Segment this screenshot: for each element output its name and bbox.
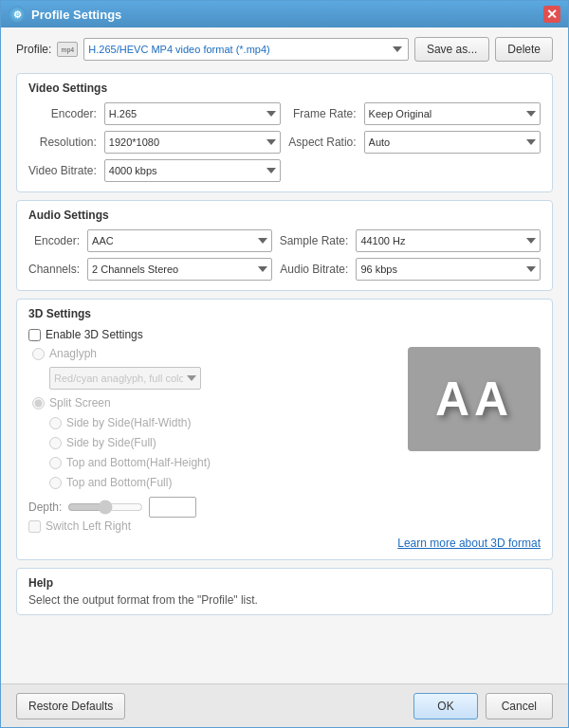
depth-value-input[interactable] <box>150 501 196 513</box>
sample-rate-select[interactable]: 44100 Hz <box>356 229 541 252</box>
title-bar: ⚙ Profile Settings ✕ <box>1 1 568 27</box>
side-by-side-full-row: Side by Side(Full) <box>28 436 398 449</box>
enable-3d-checkbox[interactable] <box>28 329 41 341</box>
save-as-button[interactable]: Save as... <box>414 37 489 62</box>
app-icon: ⚙ <box>9 6 26 23</box>
anaglyph-row: Anaglyph <box>28 347 398 360</box>
frame-rate-label: Frame Rate: <box>288 107 356 120</box>
encoder-label: Encoder: <box>28 107 97 120</box>
channels-label: Channels: <box>28 263 80 276</box>
split-screen-radio[interactable] <box>32 397 45 410</box>
audio-settings-title: Audio Settings <box>28 209 541 222</box>
delete-button[interactable]: Delete <box>495 37 553 62</box>
depth-slider-container <box>67 500 143 515</box>
depth-row: Depth: ▲ ▼ <box>28 497 541 518</box>
split-screen-label[interactable]: Split Screen <box>49 396 111 410</box>
top-bottom-half-label[interactable]: Top and Bottom(Half-Height) <box>66 456 211 469</box>
help-section: Help Select the output format from the "… <box>16 568 553 615</box>
audio-settings-section: Audio Settings Encoder: AAC Sample Rate:… <box>16 200 553 291</box>
anaglyph-option-row: Red/cyan anaglyph, full color <box>28 367 398 390</box>
main-content: Profile: mp4 H.265/HEVC MP4 video format… <box>1 27 568 683</box>
audio-settings-grid: Encoder: AAC Sample Rate: 44100 Hz Chann… <box>28 229 541 281</box>
profile-settings-window: ⚙ Profile Settings ✕ Profile: mp4 H.265/… <box>0 0 569 728</box>
side-by-side-half-label[interactable]: Side by Side(Half-Width) <box>66 416 191 429</box>
resolution-label: Resolution: <box>28 136 97 149</box>
aspect-ratio-label: Aspect Ratio: <box>288 136 356 149</box>
help-title: Help <box>28 576 541 590</box>
profile-select[interactable]: H.265/HEVC MP4 video format (*.mp4) <box>83 38 409 61</box>
anaglyph-option-select[interactable]: Red/cyan anaglyph, full color <box>49 367 201 390</box>
anaglyph-label[interactable]: Anaglyph <box>49 347 97 360</box>
video-bitrate-select[interactable]: 4000 kbps <box>104 159 281 182</box>
footer-right: OK Cancel <box>413 693 553 719</box>
ok-button[interactable]: OK <box>413 693 477 719</box>
audio-bitrate-label: Audio Bitrate: <box>280 263 349 276</box>
top-bottom-half-row: Top and Bottom(Half-Height) <box>28 456 398 469</box>
side-by-side-half-radio[interactable] <box>49 417 62 429</box>
switch-left-right-label[interactable]: Switch Left Right <box>46 519 131 533</box>
side-by-side-full-radio[interactable] <box>49 437 62 449</box>
video-settings-title: Video Settings <box>28 82 541 95</box>
switch-left-right-row: Switch Left Right <box>28 519 541 533</box>
threed-controls: Anaglyph Red/cyan anaglyph, full color S… <box>28 347 398 493</box>
encoder-select[interactable]: H.265 <box>104 102 281 125</box>
top-bottom-full-radio[interactable] <box>49 477 62 489</box>
footer: Restore Defaults OK Cancel <box>1 683 568 727</box>
top-bottom-half-radio[interactable] <box>49 457 62 469</box>
top-bottom-full-label[interactable]: Top and Bottom(Full) <box>66 476 172 489</box>
video-bitrate-label: Video Bitrate: <box>28 164 97 177</box>
enable-3d-row: Enable 3D Settings <box>28 328 541 341</box>
depth-slider[interactable] <box>67 500 143 515</box>
close-button[interactable]: ✕ <box>543 6 560 23</box>
channels-select[interactable]: 2 Channels Stereo <box>87 258 272 281</box>
depth-spinner: ▲ ▼ <box>149 497 196 518</box>
learn-more-link[interactable]: Learn more about 3D format <box>397 537 541 550</box>
profile-label: Profile: <box>16 43 51 56</box>
profile-format-icon: mp4 <box>57 42 78 57</box>
enable-3d-label[interactable]: Enable 3D Settings <box>46 328 143 341</box>
sample-rate-label: Sample Rate: <box>280 234 349 247</box>
threed-settings-section: 3D Settings Enable 3D Settings Anaglyph … <box>16 299 553 560</box>
aspect-ratio-select[interactable]: Auto <box>364 131 541 154</box>
video-settings-grid: Encoder: H.265 Frame Rate: Keep Original… <box>28 102 541 182</box>
profile-row: Profile: mp4 H.265/HEVC MP4 video format… <box>16 37 553 62</box>
cancel-button[interactable]: Cancel <box>486 693 553 719</box>
side-by-side-half-row: Side by Side(Half-Width) <box>28 416 398 429</box>
preview-aa-text: AA <box>435 372 513 427</box>
audio-encoder-select[interactable]: AAC <box>87 229 272 252</box>
frame-rate-select[interactable]: Keep Original <box>364 102 541 125</box>
video-settings-section: Video Settings Encoder: H.265 Frame Rate… <box>16 73 553 192</box>
audio-encoder-label: Encoder: <box>28 234 80 247</box>
threed-body: Anaglyph Red/cyan anaglyph, full color S… <box>28 347 541 493</box>
split-screen-row: Split Screen <box>28 396 398 410</box>
help-text: Select the output format from the "Profi… <box>28 593 541 607</box>
side-by-side-full-label[interactable]: Side by Side(Full) <box>66 436 156 449</box>
window-title: Profile Settings <box>31 8 543 22</box>
switch-left-right-checkbox[interactable] <box>28 520 41 533</box>
threed-preview: AA <box>408 347 541 451</box>
top-bottom-full-row: Top and Bottom(Full) <box>28 476 398 489</box>
restore-defaults-button[interactable]: Restore Defaults <box>16 693 125 719</box>
threed-settings-title: 3D Settings <box>28 307 541 320</box>
resolution-select[interactable]: 1920*1080 <box>104 131 281 154</box>
depth-label: Depth: <box>28 500 62 514</box>
anaglyph-radio[interactable] <box>32 348 45 360</box>
audio-bitrate-select[interactable]: 96 kbps <box>356 258 541 281</box>
learn-more-row: Learn more about 3D format <box>28 537 541 550</box>
